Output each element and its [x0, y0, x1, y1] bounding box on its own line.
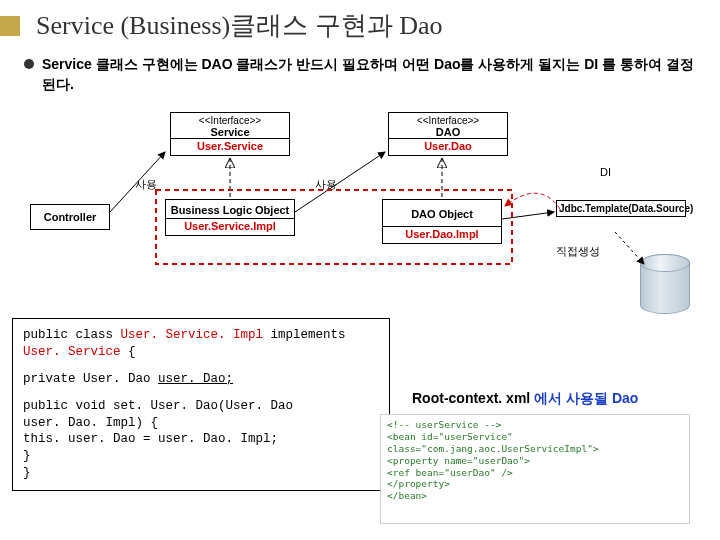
dao-obj-impl-name: User.Dao.Impl: [383, 226, 501, 241]
interface-dao-box: <<Interface>> DAO User.Dao: [388, 112, 508, 156]
interface-service-box: <<Interface>> Service User.Service: [170, 112, 290, 156]
svg-line-4: [502, 212, 554, 219]
xml-line: </bean>: [387, 490, 683, 502]
interface-name: DAO: [389, 126, 507, 138]
use-label-1: 사용: [135, 177, 157, 192]
slide-title: Service (Business)클래스 구현과 Dao: [36, 8, 443, 43]
code-line: }: [23, 465, 379, 482]
code-line: User. Service {: [23, 344, 379, 361]
root-context-note: Root-context. xml 에서 사용될 Dao: [412, 390, 638, 408]
stereotype-label: <<Interface>>: [389, 115, 507, 126]
bullet-text: Service 클래스 구현에는 DAO 클래스가 반드시 필요하며 어떤 Da…: [42, 55, 696, 94]
interface-name: Service: [171, 126, 289, 138]
bullet-row: Service 클래스 구현에는 DAO 클래스가 반드시 필요하며 어떤 Da…: [0, 51, 720, 104]
dao-object-box: DAO Object User.Dao.Impl: [382, 199, 502, 244]
interface-impl-name: User.Dao: [389, 138, 507, 153]
xml-line: <ref bean="userDao" />: [387, 467, 683, 479]
xml-line: <!-- userService -->: [387, 419, 683, 431]
slide-title-bar: Service (Business)클래스 구현과 Dao: [0, 0, 720, 51]
di-label: DI: [600, 166, 611, 178]
xml-line: </property>: [387, 478, 683, 490]
xml-line: <bean id="userService" class="com.jang.a…: [387, 431, 683, 455]
code-line: }: [23, 448, 379, 465]
svg-line-3: [295, 152, 385, 212]
jdbc-label: Jdbc.Template(Data.Source): [559, 203, 693, 214]
blo-impl-name: User.Service.Impl: [166, 218, 294, 233]
architecture-diagram: <<Interface>> Service User.Service <<Int…: [0, 104, 720, 314]
title-accent-icon: [0, 16, 20, 36]
database-icon: [640, 254, 690, 314]
dao-obj-name: DAO Object: [383, 202, 501, 226]
code-line: user. Dao. Impl) {: [23, 415, 379, 432]
stereotype-label: <<Interface>>: [171, 115, 289, 126]
interface-impl-name: User.Service: [171, 138, 289, 153]
code-sample-box: public class User. Service. Impl impleme…: [12, 318, 390, 491]
controller-box: Controller: [30, 204, 110, 230]
code-line: this. user. Dao = user. Dao. Impl;: [23, 431, 379, 448]
controller-label: Controller: [44, 211, 97, 223]
svg-line-5: [615, 232, 644, 264]
blo-name: Business Logic Object: [166, 202, 294, 218]
code-line: public void set. User. Dao(User. Dao: [23, 398, 379, 415]
xml-line: <property name="userDao">: [387, 455, 683, 467]
business-logic-box: Business Logic Object User.Service.Impl: [165, 199, 295, 236]
code-line: public class User. Service. Impl impleme…: [23, 327, 379, 344]
direct-create-label: 직접생성: [556, 244, 600, 259]
use-label-2: 사용: [315, 177, 337, 192]
bullet-icon: [24, 59, 34, 69]
jdbc-template-box: Jdbc.Template(Data.Source): [556, 200, 686, 217]
code-line: private User. Dao user. Dao;: [23, 371, 379, 388]
xml-config-snippet: <!-- userService --> <bean id="userServi…: [380, 414, 690, 524]
